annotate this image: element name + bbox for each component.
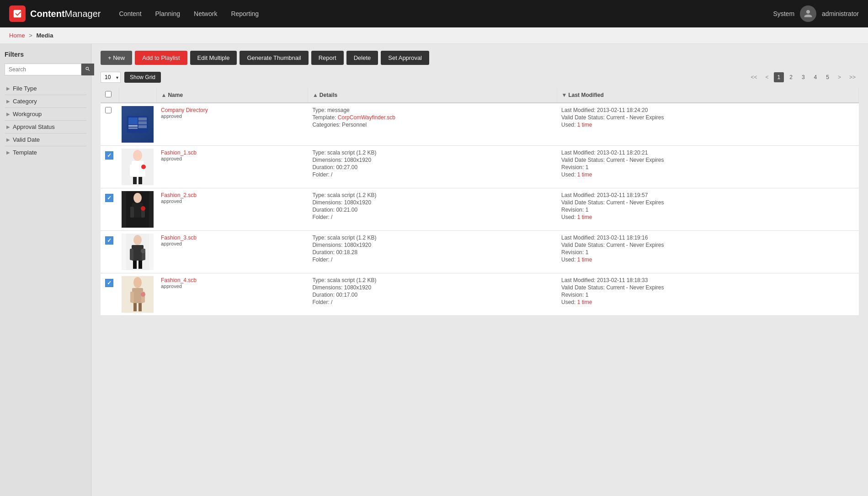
- logo-icon: [9, 5, 26, 22]
- filters-title: Filters: [5, 51, 86, 58]
- row-checkbox-cell: [101, 231, 119, 273]
- per-page-wrapper: 10 25 50: [101, 72, 121, 83]
- svg-rect-21: [138, 218, 142, 226]
- pagination-page-1[interactable]: 1: [774, 72, 784, 82]
- detail-dimensions: Dimensions: 1080x1920: [312, 199, 552, 206]
- details-cell: Type: scala script (1.2 KB) Dimensions: …: [308, 231, 557, 273]
- item-name[interactable]: Fashion_2.scb: [161, 192, 303, 198]
- pagination-first[interactable]: <<: [748, 73, 761, 82]
- item-status: approved: [161, 283, 303, 289]
- sidebar-item-workgroup[interactable]: ▶ Workgroup: [5, 108, 86, 121]
- pagination-prev[interactable]: <: [762, 73, 772, 82]
- svg-point-38: [141, 292, 145, 297]
- template-arrow: ▶: [6, 150, 10, 155]
- svg-point-16: [133, 193, 142, 203]
- row-checked-indicator: [105, 151, 113, 160]
- workgroup-label: Workgroup: [13, 111, 42, 117]
- row-checkbox-cell: [101, 273, 119, 316]
- pagination-page-5[interactable]: 5: [822, 72, 833, 82]
- detail-template: Template: CorpComWayfinder.scb: [312, 114, 552, 121]
- last-modified: Last Modified: 2013-02-11 18:19:16: [561, 235, 854, 241]
- item-name[interactable]: Fashion_3.scb: [161, 235, 303, 241]
- set-approval-button[interactable]: Set Approval: [381, 51, 429, 65]
- header: ContentManager Content Planning Network …: [0, 0, 868, 27]
- nav-content[interactable]: Content: [119, 10, 141, 17]
- report-button[interactable]: Report: [311, 51, 344, 65]
- col-thumb: [119, 87, 156, 103]
- table-head: ▲Name ▲Details ▼Last Modified: [101, 87, 859, 103]
- col-name[interactable]: ▲Name: [156, 87, 308, 103]
- table-row: Fashion_1.scb approved Type: scala scrip…: [101, 146, 859, 188]
- new-button[interactable]: + New: [101, 51, 132, 65]
- generate-thumbnail-button[interactable]: Generate Thumbnail: [240, 51, 308, 65]
- app-title: ContentManager: [30, 9, 101, 19]
- pagination-page-3[interactable]: 3: [798, 72, 809, 82]
- detail-type: Type: scala script (1.2 KB): [312, 192, 552, 198]
- table-row: Company Directory approved Type: message…: [101, 103, 859, 146]
- col-check: [101, 87, 119, 103]
- nav-planning[interactable]: Planning: [155, 10, 181, 17]
- valid-date: Valid Date Status: Current - Never Expir…: [561, 157, 854, 163]
- pagination-page-2[interactable]: 2: [786, 72, 796, 82]
- detail-duration: Duration: 00:18.28: [312, 249, 552, 256]
- nav-reporting[interactable]: Reporting: [231, 10, 259, 17]
- detail-categories: Categories: Personnel: [312, 122, 552, 128]
- col-lastmod[interactable]: ▼Last Modified: [557, 87, 859, 103]
- sidebar-item-category[interactable]: ▶ Category: [5, 95, 86, 108]
- sidebar-item-filetype[interactable]: ▶ File Type: [5, 82, 86, 95]
- row-checkbox-cell: [101, 103, 119, 146]
- detail-folder: Folder: /: [312, 171, 552, 178]
- svg-rect-10: [130, 165, 134, 176]
- main-nav: Content Planning Network Reporting: [119, 10, 259, 17]
- item-status: approved: [161, 113, 303, 119]
- pagination-next[interactable]: >: [835, 73, 844, 82]
- row-checkbox[interactable]: [105, 107, 112, 113]
- nav-network[interactable]: Network: [194, 10, 217, 17]
- pagination-last[interactable]: >>: [846, 73, 859, 82]
- pagination-page-4[interactable]: 4: [810, 72, 821, 82]
- col-details[interactable]: ▲Details: [308, 87, 557, 103]
- approval-arrow: ▶: [6, 124, 10, 129]
- logo: ContentManager: [9, 5, 101, 22]
- detail-dimensions: Dimensions: 1080x1920: [312, 157, 552, 163]
- validdate-label: Valid Date: [13, 136, 40, 143]
- search-input[interactable]: [5, 64, 81, 75]
- svg-rect-20: [133, 218, 137, 226]
- breadcrumb-separator: >: [29, 32, 32, 39]
- lastmod-cell: Last Modified: 2013-02-11 18:24:20 Valid…: [557, 103, 859, 146]
- thumbnail-image: [122, 276, 154, 313]
- filetype-label: File Type: [13, 85, 37, 92]
- breadcrumb: Home > Media: [0, 27, 868, 44]
- add-to-playlist-button[interactable]: Add to Playlist: [135, 51, 187, 65]
- detail-duration: Duration: 00:17.00: [312, 292, 552, 298]
- thumbnail-cell: [119, 103, 156, 146]
- last-modified: Last Modified: 2013-02-11 18:19:57: [561, 192, 854, 198]
- sidebar-item-template[interactable]: ▶ Template: [5, 146, 86, 159]
- lastmod-cell: Last Modified: 2013-02-11 18:20:21 Valid…: [557, 146, 859, 188]
- name-cell: Company Directory approved: [156, 103, 308, 146]
- detail-folder: Folder: /: [312, 299, 552, 305]
- item-name[interactable]: Fashion_1.scb: [161, 149, 303, 156]
- thumbnail-cell: [119, 231, 156, 273]
- details-cell: Type: scala script (1.2 KB) Dimensions: …: [308, 188, 557, 231]
- edit-multiple-button[interactable]: Edit Multiple: [190, 51, 237, 65]
- delete-button[interactable]: Delete: [346, 51, 378, 65]
- used: Used: 1 time: [561, 214, 854, 220]
- lastmod-cell: Last Modified: 2013-02-11 18:18:33 Valid…: [557, 273, 859, 316]
- row-checkbox-cell: [101, 146, 119, 188]
- item-name[interactable]: Fashion_4.scb: [161, 277, 303, 283]
- breadcrumb-home[interactable]: Home: [9, 32, 25, 39]
- table-row: Fashion_4.scb approved Type: scala scrip…: [101, 273, 859, 316]
- sidebar-item-approval[interactable]: ▶ Approval Status: [5, 121, 86, 133]
- details-cell: Type: message Template: CorpComWayfinder…: [308, 103, 557, 146]
- main-layout: Filters ▶ File Type ▶ Category ▶ Workgro…: [0, 44, 868, 496]
- show-grid-button[interactable]: Show Grid: [124, 72, 161, 83]
- per-page-select[interactable]: 10 25 50: [101, 72, 121, 83]
- select-all-checkbox[interactable]: [105, 91, 112, 97]
- sidebar: Filters ▶ File Type ▶ Category ▶ Workgro…: [0, 44, 91, 496]
- thumbnail-image: [122, 106, 154, 143]
- used: Used: 1 time: [561, 299, 854, 305]
- sidebar-item-validdate[interactable]: ▶ Valid Date: [5, 133, 86, 146]
- used: Used: 1 time: [561, 171, 854, 178]
- item-name[interactable]: Company Directory: [161, 107, 303, 113]
